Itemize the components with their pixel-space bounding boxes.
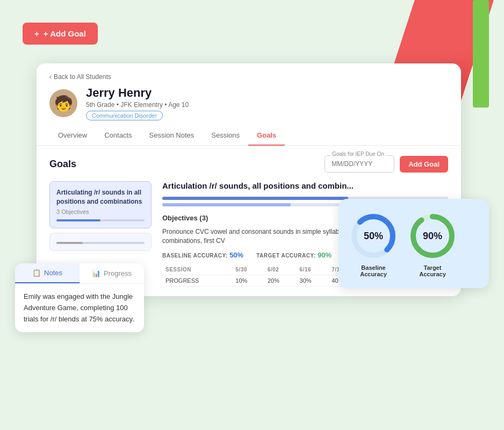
table-header-602: 6/02 <box>264 264 297 275</box>
tab-goals[interactable]: Goals <box>248 126 285 146</box>
svg-text:50%: 50% <box>364 231 383 241</box>
student-meta: 5th Grade • JFK Elementry • Age 10 <box>86 101 189 109</box>
goals-section-title: Goals <box>49 159 76 170</box>
plus-icon: + <box>34 29 39 38</box>
back-arrow-icon: ‹ <box>49 73 52 81</box>
notes-tabs: 📋 Notes 📊 Progress <box>15 263 144 284</box>
iep-label-wrapper: Goals for IEP Due On <box>325 155 394 173</box>
disorder-badge: Communication Disorder <box>86 111 163 120</box>
tab-overview[interactable]: Overview <box>49 126 96 146</box>
target-donut-container: 90% TargetAccuracy <box>408 212 457 277</box>
notes-content: Emily was engaged with the Jungle Advent… <box>15 284 144 332</box>
target-label: TargetAccuracy <box>419 264 446 277</box>
student-header: ‹ Back to All Students 🧒 Jerry Henry 5th… <box>37 63 461 120</box>
add-goal-top-button[interactable]: + + Add Goal <box>23 23 98 45</box>
progress-602: 20% <box>264 275 297 286</box>
back-to-students-link[interactable]: ‹ Back to All Students <box>49 73 448 81</box>
goal-item-2[interactable] <box>49 233 152 251</box>
accuracy-card: 50% BaselineAccuracy 90% TargetAccuracy <box>339 199 489 288</box>
student-info: 🧒 Jerry Henry 5th Grade • JFK Elementry … <box>49 86 448 120</box>
goal-detail-title: Articulation /r/ sounds, all positions a… <box>162 181 448 190</box>
table-header-session: SESSION <box>162 264 232 275</box>
ribbon-green-decoration <box>473 0 489 108</box>
target-donut-svg: 90% <box>408 212 457 260</box>
goal-item-2-bar <box>56 242 145 244</box>
target-accuracy: TARGET ACCURACY: 90% <box>256 251 332 259</box>
add-goal-top-label: + Add Goal <box>44 29 86 38</box>
baseline-accuracy: BASELINE ACCURACY: 50% <box>162 251 243 259</box>
baseline-label: BaselineAccuracy <box>360 264 387 277</box>
student-details: Jerry Henry 5th Grade • JFK Elementry • … <box>86 86 189 120</box>
notes-tab-notes[interactable]: 📋 Notes <box>15 263 80 283</box>
tab-session-notes[interactable]: Session Notes <box>141 126 203 146</box>
progress-616: 30% <box>297 275 329 286</box>
tab-contacts[interactable]: Contacts <box>96 126 140 146</box>
tab-sessions[interactable]: Sessions <box>203 126 248 146</box>
goal-item-1-title: Articulating /r/ sounds in all positions… <box>56 188 145 206</box>
goal-item-1[interactable]: Articulating /r/ sounds in all positions… <box>49 181 152 228</box>
svg-text:90%: 90% <box>423 231 442 241</box>
goal-item-1-sub: 3 Objectives <box>56 209 145 215</box>
add-goal-button[interactable]: Add Goal <box>400 156 448 173</box>
goals-header: Goals Goals for IEP Due On Add Goal <box>49 155 448 173</box>
goal-item-1-bar <box>56 219 145 221</box>
notes-tab-progress[interactable]: 📊 Progress <box>80 263 144 283</box>
baseline-donut-container: 50% BaselineAccuracy <box>349 212 398 277</box>
student-name: Jerry Henry <box>86 86 189 100</box>
table-header-616: 6/16 <box>297 264 329 275</box>
progress-icon: 📊 <box>92 269 100 277</box>
iep-input-group: Goals for IEP Due On Add Goal <box>325 155 448 173</box>
iep-label: Goals for IEP Due On <box>330 151 386 157</box>
table-header-530: 5/30 <box>232 264 264 275</box>
notes-icon: 📋 <box>32 269 41 277</box>
progress-label: PROGRESS <box>162 275 232 286</box>
iep-date-input[interactable] <box>325 155 394 173</box>
progress-530: 10% <box>232 275 264 286</box>
notes-card: 📋 Notes 📊 Progress Emily was engaged wit… <box>15 263 144 332</box>
avatar: 🧒 <box>49 89 77 117</box>
nav-tabs: Overview Contacts Session Notes Sessions… <box>37 126 461 146</box>
baseline-donut-svg: 50% <box>349 212 398 260</box>
